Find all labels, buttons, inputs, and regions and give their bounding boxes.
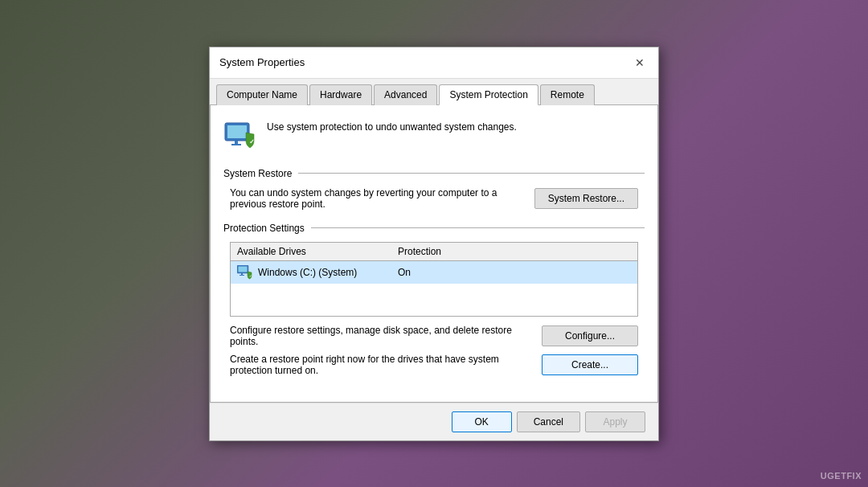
svg-rect-3 — [231, 144, 241, 145]
tab-bar: Computer Name Hardware Advanced System P… — [210, 79, 658, 105]
cancel-button[interactable]: Cancel — [517, 411, 580, 432]
drive-cell: ✓ Windows (C:) (System) — [237, 265, 398, 280]
section-divider2 — [311, 227, 645, 228]
svg-rect-7 — [241, 273, 243, 275]
tab-hardware[interactable]: Hardware — [309, 84, 372, 105]
drives-table: Available Drives Protection ✓ — [230, 242, 638, 317]
configure-row: Configure restore settings, manage disk … — [230, 325, 638, 347]
ok-button[interactable]: OK — [452, 411, 512, 432]
drive-name: Windows (C:) (System) — [258, 267, 357, 278]
svg-rect-2 — [235, 141, 238, 144]
protection-settings-header: Protection Settings — [223, 223, 645, 234]
system-restore-body: You can undo system changes by reverting… — [223, 187, 645, 210]
dialog-footer: OK Cancel Apply — [210, 403, 658, 440]
system-properties-dialog: System Properties ✕ Computer Name Hardwa… — [209, 47, 659, 441]
create-description: Create a restore point right now for the… — [230, 354, 532, 376]
tab-system-protection[interactable]: System Protection — [439, 84, 538, 105]
system-restore-row: You can undo system changes by reverting… — [230, 187, 638, 210]
svg-text:✓: ✓ — [249, 138, 255, 145]
apply-button[interactable]: Apply — [585, 411, 645, 432]
title-bar: System Properties ✕ — [210, 47, 658, 79]
svg-rect-1 — [227, 125, 247, 138]
configure-description: Configure restore settings, manage disk … — [230, 325, 532, 347]
system-restore-header: System Restore — [223, 168, 645, 179]
tab-remote[interactable]: Remote — [540, 84, 595, 105]
tab-computer-name[interactable]: Computer Name — [216, 84, 308, 105]
section-divider — [298, 173, 645, 174]
protection-settings-title: Protection Settings — [223, 223, 305, 234]
tab-advanced[interactable]: Advanced — [374, 84, 437, 105]
info-section: ✓ Use system protection to undo unwanted… — [223, 118, 645, 155]
table-header: Available Drives Protection — [231, 243, 637, 261]
dialog-title: System Properties — [219, 56, 305, 68]
system-protection-icon: ✓ — [223, 118, 257, 152]
close-button[interactable]: ✕ — [631, 54, 649, 72]
svg-text:✓: ✓ — [249, 273, 252, 277]
create-row: Create a restore point right now for the… — [230, 354, 638, 376]
table-empty-space — [231, 284, 637, 316]
system-restore-button[interactable]: System Restore... — [534, 188, 638, 209]
watermark: UGETFIX — [821, 471, 862, 481]
drive-icon: ✓ — [237, 265, 253, 280]
protection-settings-body: Available Drives Protection ✓ — [223, 242, 645, 376]
svg-rect-8 — [240, 275, 244, 276]
table-row[interactable]: ✓ Windows (C:) (System) On — [231, 261, 637, 284]
col-header-protection: Protection — [398, 246, 631, 257]
configure-button[interactable]: Configure... — [542, 325, 638, 346]
system-restore-description: You can undo system changes by reverting… — [230, 187, 525, 210]
col-header-drives: Available Drives — [237, 246, 398, 257]
create-button[interactable]: Create... — [542, 354, 638, 375]
svg-rect-6 — [239, 266, 248, 272]
info-text: Use system protection to undo unwanted s… — [267, 118, 517, 133]
system-restore-title: System Restore — [223, 168, 292, 179]
protection-status: On — [398, 267, 631, 278]
dialog-content: ✓ Use system protection to undo unwanted… — [210, 105, 658, 403]
